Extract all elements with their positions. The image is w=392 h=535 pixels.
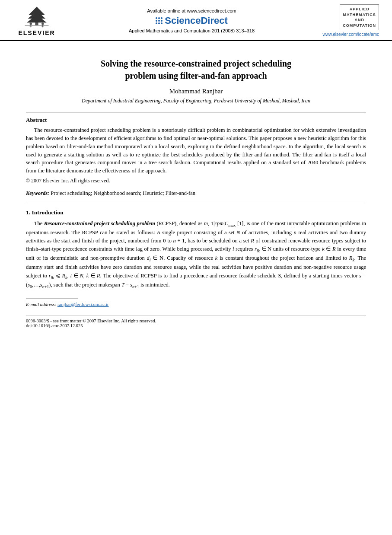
abstract-section: Abstract The resource-constrained projec… <box>26 117 366 184</box>
elsevier-logo-section: ELSEVIER <box>13 5 61 36</box>
divider-keywords <box>26 202 366 202</box>
journal-header-center: Available online at www.sciencedirect.co… <box>61 8 323 33</box>
svg-point-5 <box>30 22 32 25</box>
amc-logo-section: APPLIEDMATHEMATICSANDCOMPUTATION www.els… <box>323 4 379 37</box>
footer-doi: doi:10.1016/j.amc.2007.12.025 <box>26 323 366 328</box>
section1-heading: 1. Introduction <box>26 209 366 216</box>
page-header: ELSEVIER Available online at www.science… <box>0 0 392 41</box>
abstract-title: Abstract <box>26 117 366 124</box>
abstract-body: The resource-constrained project schedul… <box>26 126 366 175</box>
paper-title: Solving the resource-constrained project… <box>26 57 366 82</box>
author-affiliation: Department of Industrial Engineering, Fa… <box>26 98 366 104</box>
keywords-label: Keywords: <box>26 190 49 196</box>
author-name: Mohammad Ranjbar <box>26 88 366 95</box>
footnote-divider <box>26 299 78 299</box>
elsevier-tree-icon <box>19 5 54 29</box>
footer-info: 0096-3003/$ - see front matter © 2007 El… <box>26 315 366 328</box>
footnote-email: E-mail address: ranjbar@ferdowsi.um.ac.i… <box>26 302 366 307</box>
intro-paragraph-1: The Resource-constrained project schedul… <box>26 220 366 290</box>
journal-url: www.elsevier.com/locate/amc <box>322 32 379 37</box>
sciencedirect-logo: ScienceDirect <box>61 15 323 26</box>
elsevier-label: ELSEVIER <box>18 29 55 36</box>
keywords-line: Keywords: Project scheduling; Neighborho… <box>26 189 366 197</box>
sciencedirect-label: ScienceDirect <box>165 15 228 26</box>
email-label: E-mail address: <box>26 302 56 307</box>
divider-top <box>26 112 366 112</box>
amc-logo-box: APPLIEDMATHEMATICSANDCOMPUTATION <box>340 4 379 30</box>
keywords-values: Project scheduling; Neighborhood search;… <box>51 190 195 196</box>
email-value[interactable]: ranjbar@ferdowsi.um.ac.ir <box>57 302 109 307</box>
footer-issn: 0096-3003/$ - see front matter © 2007 El… <box>26 318 366 323</box>
available-online-text: Available online at www.sciencedirect.co… <box>61 8 323 13</box>
sd-dots-icon <box>156 17 163 24</box>
copyright-text: © 2007 Elsevier Inc. All rights reserved… <box>26 178 366 184</box>
svg-point-8 <box>41 22 44 25</box>
main-content: Solving the resource-constrained project… <box>0 41 392 336</box>
journal-info-text: Applied Mathematics and Computation 201 … <box>61 28 323 33</box>
